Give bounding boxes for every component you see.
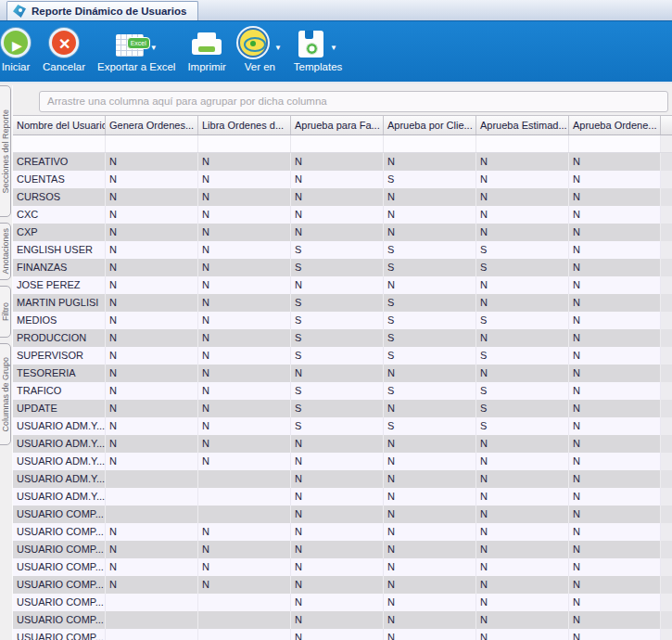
filter-cell[interactable]	[13, 135, 106, 152]
cell-value	[106, 488, 198, 506]
table-row[interactable]: CURSOSNNNNNN	[13, 188, 672, 206]
column-header-7[interactable]: Aprueba Ordene...	[569, 116, 661, 134]
cell-user-name: USUARIO COMP...	[13, 523, 106, 541]
side-tab-1[interactable]: Secciones del Reporte	[0, 85, 11, 217]
cell-value: S	[384, 329, 476, 347]
table-row[interactable]: JOSE PEREZNNNNNN	[13, 276, 672, 294]
document-tab-bar: Reporte Dinámico de Usuarios	[0, 0, 672, 20]
table-row[interactable]: FINANZASNNSSSN	[13, 259, 672, 276]
cell-value: N	[384, 576, 476, 594]
column-header-6[interactable]: Aprueba Estimad...	[476, 116, 569, 134]
cell-value: N	[476, 594, 569, 611]
table-row[interactable]: USUARIO COMP...NNNN	[13, 594, 672, 611]
tab-reporte-dinamico[interactable]: Reporte Dinámico de Usuarios	[6, 1, 198, 20]
table-row[interactable]: CXCNNNNNN	[13, 206, 672, 224]
group-by-panel[interactable]: Arrastre una columna aquí para agrupar p…	[13, 85, 672, 115]
table-row[interactable]: USUARIO ADM.Y...NNNNNN	[13, 435, 672, 453]
cell-user-name: CXC	[13, 206, 106, 224]
column-header-3[interactable]: Libra Ordenes d...	[198, 116, 291, 134]
side-tab-label: Anotaciones	[1, 228, 10, 275]
dropdown-arrow-icon[interactable]: ▼	[150, 44, 158, 52]
cell-value: N	[106, 329, 198, 347]
cell-value: N	[569, 611, 661, 629]
row-filler	[661, 488, 672, 506]
cell-user-name: CURSOS	[13, 188, 106, 206]
cell-value: N	[569, 506, 661, 523]
filter-cell[interactable]	[106, 135, 198, 152]
cell-value: N	[476, 329, 569, 347]
toolbar-button-templates[interactable]: ▼Templates	[294, 26, 342, 72]
toolbar-button-exportar[interactable]: Excel▼Exportar a Excel	[97, 26, 175, 72]
dropdown-arrow-icon[interactable]: ▼	[274, 44, 282, 52]
table-row[interactable]: ENGLISH USERNNSSSN	[13, 241, 672, 259]
filter-cell[interactable]	[476, 135, 569, 152]
cell-value: N	[569, 541, 661, 558]
cancel-icon	[49, 28, 79, 58]
table-row[interactable]: CXPNNNNNN	[13, 224, 672, 241]
side-tab-2[interactable]: Anotaciones	[0, 223, 11, 280]
table-row[interactable]: USUARIO COMP...NNNNNN	[13, 541, 672, 558]
cell-value: N	[476, 470, 569, 488]
row-filler	[661, 294, 672, 312]
table-row[interactable]: USUARIO COMP...NNNNNN	[13, 558, 672, 576]
filter-cell[interactable]	[384, 135, 476, 152]
table-row[interactable]: MEDIOSNNSSSN	[13, 312, 672, 329]
table-row[interactable]: CUENTASNNNSNN	[13, 171, 672, 188]
table-row[interactable]: SUPERVISORNNSSSN	[13, 347, 672, 365]
toolbar-button-cancelar[interactable]: Cancelar	[43, 26, 85, 72]
filter-row[interactable]	[13, 135, 672, 153]
table-row[interactable]: USUARIO COMP...NNNNNN	[13, 523, 672, 541]
cell-value: N	[198, 435, 291, 453]
column-header-5[interactable]: Aprueba por Clie...	[384, 116, 476, 134]
cell-value: N	[198, 224, 291, 241]
column-header-1[interactable]: Nombre del Usuario	[13, 116, 106, 134]
cell-value: N	[198, 558, 291, 576]
table-row[interactable]: USUARIO COMP...NNNN	[13, 506, 672, 523]
cell-value: N	[384, 470, 476, 488]
table-row[interactable]: TESORERIANNNNNN	[13, 365, 672, 382]
row-filler	[661, 259, 672, 276]
toolbar-button-imprimir[interactable]: Imprimir	[187, 26, 226, 72]
cell-value: N	[106, 312, 198, 329]
side-tab-4[interactable]: Columnas de Grupo	[0, 343, 11, 445]
table-row[interactable]: USUARIO COMP...NNNNNN	[13, 576, 672, 594]
table-row[interactable]: PRODUCCIONNNSSNN	[13, 329, 672, 347]
side-tab-3[interactable]: Filtro	[0, 286, 11, 338]
cell-value: N	[198, 294, 291, 312]
cell-value: S	[291, 294, 384, 312]
cell-value: N	[384, 558, 476, 576]
cell-value: N	[384, 435, 476, 453]
row-filler	[661, 276, 672, 294]
table-row[interactable]: USUARIO ADM.Y...NNSSSN	[13, 417, 672, 435]
cell-value	[106, 594, 198, 611]
cell-value: N	[569, 188, 661, 206]
table-row[interactable]: MARTIN PUGLISINNSSNN	[13, 294, 672, 312]
cell-value: N	[384, 206, 476, 224]
cell-user-name: SUPERVISOR	[13, 347, 106, 365]
row-filler	[661, 365, 672, 382]
table-row[interactable]: USUARIO ADM.Y...NNNN	[13, 488, 672, 506]
table-row[interactable]: TRAFICONNSSSN	[13, 382, 672, 400]
filter-cell[interactable]	[569, 135, 661, 152]
table-row[interactable]: USUARIO COMP...NNNN	[13, 611, 672, 629]
table-row[interactable]: USUARIO COMP...NNNN	[13, 629, 672, 640]
column-header-4[interactable]: Aprueba para Fa...	[291, 116, 384, 134]
toolbar-button-ver-en[interactable]: ▼Ver en	[238, 26, 282, 72]
cell-value: S	[384, 241, 476, 259]
filter-cell[interactable]	[198, 135, 291, 152]
toolbar-button-iniciar[interactable]: Iniciar	[1, 26, 31, 72]
filter-cell[interactable]	[291, 135, 384, 152]
column-header-2[interactable]: Genera Ordenes...	[106, 116, 198, 134]
cell-value: S	[476, 241, 569, 259]
table-row[interactable]: USUARIO ADM.Y...NNNN	[13, 470, 672, 488]
table-row[interactable]: UPDATENNSNSN	[13, 400, 672, 417]
cell-value: N	[291, 435, 384, 453]
cell-value	[198, 611, 291, 629]
row-filler	[661, 206, 672, 224]
excel-icon: Excel	[116, 34, 144, 57]
toolbar-button-label: Iniciar	[2, 61, 31, 72]
table-row[interactable]: CREATIVONNNNNN	[13, 153, 672, 171]
cell-value: N	[476, 435, 569, 453]
dropdown-arrow-icon[interactable]: ▼	[330, 44, 337, 52]
table-row[interactable]: USUARIO ADM.Y...NNNNNN	[13, 453, 672, 470]
